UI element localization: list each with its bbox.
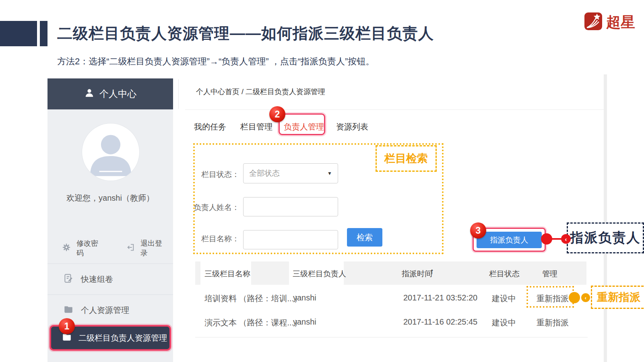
slide-canvas: 二级栏目负责人资源管理——如何指派三级栏目负责人 方法2：选择“二级栏目负责人资… xyxy=(0,0,644,362)
title-decor-bar xyxy=(40,21,47,46)
row1-status: 建设中 xyxy=(492,293,516,304)
sidebar-item-quick-paper[interactable]: 快速组卷 xyxy=(47,264,173,294)
brand-logo-text: 超星 xyxy=(606,12,635,32)
title-decor-rect xyxy=(0,21,37,46)
owner-name-input[interactable] xyxy=(243,197,338,216)
row2-name: 演示文本 （路径：课程...） xyxy=(204,317,302,328)
account-actions: 修改密码 退出登录 xyxy=(62,239,167,258)
col-header-status: 栏目状态 xyxy=(489,269,520,279)
logout-button[interactable]: 退出登录 xyxy=(126,239,167,258)
sort-ascending-icon[interactable]: ↑ xyxy=(430,267,434,276)
assign-manager-button[interactable]: 指派负责人 xyxy=(477,232,542,248)
sidebar-title: 个人中心 xyxy=(99,88,136,100)
brand-logo: 超星 xyxy=(584,12,635,32)
row2-owner: yanshi xyxy=(293,317,316,327)
reassign-annotation-box: 重新指派 xyxy=(591,286,644,309)
sidebar-item-label: 二级栏目负责人资源管理 xyxy=(78,333,167,343)
assign-annotation-box: 指派负责人 xyxy=(567,222,644,253)
chaoxing-star-icon xyxy=(584,12,602,32)
step-badge-1: 1 xyxy=(59,318,75,334)
row2-status: 建设中 xyxy=(492,317,516,328)
assign-connector-dot xyxy=(541,233,552,245)
assign-connector-chevron: ‹ xyxy=(561,234,571,244)
logout-icon xyxy=(126,243,135,254)
search-button[interactable]: 检索 xyxy=(347,228,382,247)
row1-name: 培训资料 （路径：培训...） xyxy=(204,293,302,304)
page-instruction: 方法2：选择“二级栏目负责人资源管理”→“负责人管理” ，点击“指派负责人”按钮… xyxy=(57,56,374,68)
page-edge-strip xyxy=(604,74,607,362)
column-name-input[interactable] xyxy=(243,230,338,249)
tab-my-tasks[interactable]: 我的任务 xyxy=(194,121,226,132)
reassign-highlight-box xyxy=(526,286,574,308)
row2-time: 2017-11-16 02:25:45 xyxy=(403,317,477,327)
col-header-assign-time[interactable]: 指派时间 xyxy=(402,269,432,279)
search-annotation-box: 栏目检索 xyxy=(376,145,437,172)
row1-time: 2017-11-21 03:52:20 xyxy=(403,293,477,302)
folder-icon xyxy=(63,304,74,317)
col-header-name: 三级栏目名称 xyxy=(204,269,250,279)
breadcrumb-divider xyxy=(185,109,606,110)
step-badge-2: 2 xyxy=(269,106,285,122)
owner-name-label: 负责人姓名： xyxy=(169,202,239,213)
person-icon xyxy=(84,88,95,101)
status-select-value: 全部状态 xyxy=(249,168,327,179)
sidebar-item-label: 快速组卷 xyxy=(81,274,113,285)
logout-label: 退出登录 xyxy=(140,239,167,258)
document-pencil-icon xyxy=(63,273,74,286)
column-name-label: 栏目名称： xyxy=(169,234,239,244)
step-badge-3: 3 xyxy=(470,222,486,239)
page-title: 二级栏目负责人资源管理——如何指派三级栏目负责人 xyxy=(57,23,434,44)
tab-highlight-box xyxy=(279,113,325,135)
tab-column-management[interactable]: 栏目管理 xyxy=(240,121,272,132)
sidebar-header: 个人中心 xyxy=(47,78,173,109)
change-password-button[interactable]: 修改密码 xyxy=(62,239,103,258)
change-password-label: 修改密码 xyxy=(76,239,103,258)
row2-reassign-link[interactable]: 重新指派 xyxy=(537,317,569,328)
sidebar-item-label: 个人资源管理 xyxy=(81,305,129,316)
reassign-connector-chevron: ‹ xyxy=(581,293,590,302)
col-header-owner: 三级栏目负责人 xyxy=(293,269,346,279)
welcome-text: 欢迎您，yanshi（教师） xyxy=(47,193,173,204)
gear-icon xyxy=(62,243,71,254)
tab-resource-list[interactable]: 资源列表 xyxy=(336,121,368,132)
status-label: 栏目状态： xyxy=(169,169,239,180)
table-header-row xyxy=(195,261,586,285)
breadcrumb[interactable]: 个人中心首页 / 二级栏目负责人资源管理 xyxy=(196,87,325,97)
content-left-divider xyxy=(178,79,179,109)
reassign-connector-dot xyxy=(569,292,580,303)
table-bottom-divider xyxy=(195,337,588,337)
col-header-manage: 管理 xyxy=(542,269,557,279)
avatar xyxy=(82,123,139,181)
chevron-down-icon: ▼ xyxy=(327,171,332,176)
row1-owner: yanshi xyxy=(293,293,316,302)
status-select[interactable]: 全部状态 ▼ xyxy=(243,163,338,183)
